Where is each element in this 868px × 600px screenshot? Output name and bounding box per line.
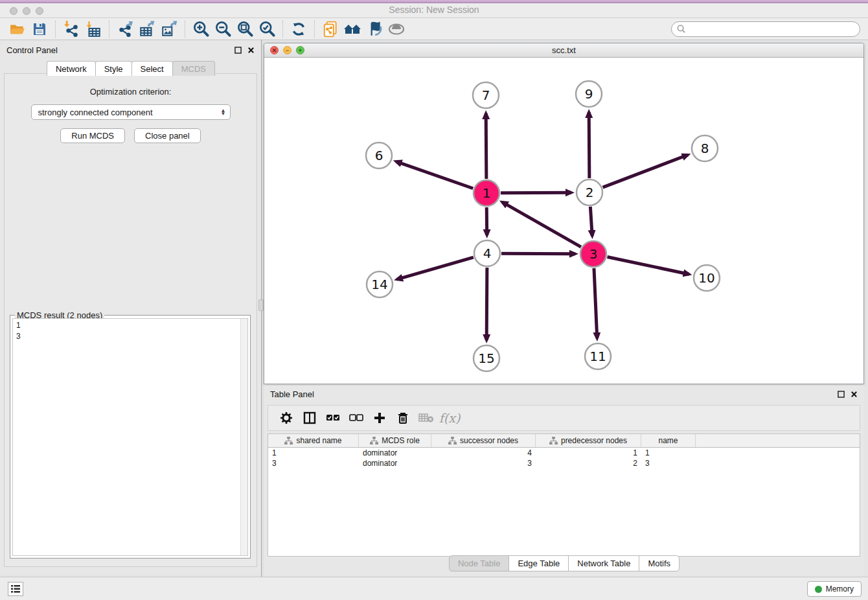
delete-column-icon[interactable]	[393, 408, 413, 428]
tab-node-table[interactable]: Node Table	[449, 555, 510, 571]
hide-panels-icon[interactable]	[363, 19, 385, 39]
delete-table-icon[interactable]	[416, 408, 437, 428]
edge-4-14[interactable]	[397, 257, 474, 279]
cell-predecessor-nodes[interactable]: 1	[536, 448, 641, 458]
tab-network-table[interactable]: Network Table	[568, 555, 639, 571]
task-history-button[interactable]	[8, 582, 23, 596]
graph-node-label-4: 4	[483, 246, 492, 261]
window-title: Session: New Session	[0, 5, 868, 15]
zoom-out-icon[interactable]	[212, 19, 234, 39]
open-session-icon[interactable]	[6, 19, 29, 39]
network-canvas[interactable]: 7968124314101511	[264, 58, 863, 384]
export-network-icon[interactable]	[114, 19, 136, 39]
deselect-all-icon[interactable]	[346, 408, 367, 428]
edge-1-6[interactable]	[396, 161, 473, 189]
edge-1-2[interactable]	[501, 192, 571, 193]
save-session-icon[interactable]	[29, 19, 51, 39]
home-view-icon[interactable]	[341, 19, 363, 39]
zoom-selected-icon[interactable]	[256, 19, 278, 39]
column-type-icon	[448, 437, 457, 444]
column-header-successor-nodes[interactable]: successor nodes	[431, 434, 536, 447]
close-table-panel-icon[interactable]	[850, 390, 858, 398]
column-header-shared-name[interactable]: shared name	[268, 434, 359, 447]
edge-4-3[interactable]	[501, 253, 575, 254]
cell-successor-nodes[interactable]: 4	[431, 448, 536, 458]
table-toolbar: f(x)	[268, 405, 860, 431]
edge-3-1[interactable]	[502, 202, 581, 247]
control-panel-title: Control Panel	[6, 45, 58, 55]
import-table-icon[interactable]	[82, 19, 104, 39]
float-panel-icon[interactable]	[234, 46, 242, 54]
optimization-criterion-label: Optimization criterion:	[5, 87, 257, 97]
search-input[interactable]	[686, 23, 860, 36]
cell-shared-name[interactable]: 1	[268, 448, 359, 458]
graph-node-label-3: 3	[589, 246, 598, 262]
edge-2-9[interactable]	[589, 112, 589, 178]
optimization-criterion-select[interactable]: strongly connected component ▲▼	[31, 104, 231, 120]
refresh-icon[interactable]	[288, 19, 310, 39]
zoom-fit-icon[interactable]	[234, 19, 256, 39]
function-builder-icon[interactable]: f(x)	[439, 408, 460, 428]
export-image-icon[interactable]	[158, 19, 180, 39]
import-network-icon[interactable]	[60, 19, 82, 39]
close-panel-button[interactable]: Close panel	[134, 128, 201, 143]
tab-network[interactable]: Network	[47, 61, 96, 76]
cell-shared-name[interactable]: 3	[268, 458, 359, 468]
splitter-handle[interactable]	[258, 299, 264, 311]
node-table: shared name MCDS role successor nodes pr…	[268, 433, 860, 557]
cell-predecessor-nodes[interactable]: 2	[536, 458, 641, 468]
table-row[interactable]: 1 dominator 4 1 1	[268, 448, 860, 458]
close-panel-icon[interactable]	[247, 46, 255, 54]
titlebar-accent-strip	[0, 0, 868, 3]
mcds-result-area[interactable]: 1 3	[12, 318, 248, 556]
tab-select[interactable]: Select	[131, 61, 173, 76]
zoom-in-icon[interactable]	[190, 19, 212, 39]
run-mcds-button[interactable]: Run MCDS	[60, 128, 125, 143]
table-tabs: Node Table Edge Table Network Table Moti…	[264, 555, 864, 571]
tab-edge-table[interactable]: Edge Table	[508, 555, 569, 571]
column-header-mcds-role[interactable]: MCDS role	[359, 434, 431, 447]
cell-mcds-role[interactable]: dominator	[359, 458, 431, 468]
edge-3-10[interactable]	[608, 257, 689, 275]
tab-style[interactable]: Style	[95, 61, 132, 76]
status-bar: Memory	[0, 577, 868, 600]
cell-mcds-role[interactable]: dominator	[359, 448, 431, 458]
edge-4-15[interactable]	[486, 268, 487, 340]
column-type-icon	[549, 437, 558, 444]
column-header-predecessor-nodes[interactable]: predecessor nodes	[536, 434, 641, 447]
graph-node-label-10: 10	[698, 270, 714, 286]
memory-button[interactable]: Memory	[807, 581, 862, 597]
column-type-icon	[284, 437, 293, 444]
table-row[interactable]: 3 dominator 3 2 3	[268, 458, 860, 468]
edge-2-3[interactable]	[590, 207, 592, 236]
table-settings-gear-icon[interactable]	[276, 408, 297, 428]
mcds-result-box: MCDS result (2 nodes) 1 3	[10, 315, 251, 559]
float-table-panel-icon[interactable]	[837, 390, 845, 398]
tab-mcds[interactable]: MCDS	[172, 61, 215, 76]
show-hide-eye-icon[interactable]	[385, 19, 407, 39]
edge-2-8[interactable]	[603, 155, 688, 187]
edge-1-7[interactable]	[486, 113, 486, 179]
mcds-result-text: 1 3	[13, 319, 247, 343]
table-panel-header: Table Panel	[264, 386, 864, 402]
tab-motifs[interactable]: Motifs	[639, 555, 680, 571]
network-graph[interactable]: 7968124314101511	[264, 58, 863, 384]
clone-network-icon[interactable]	[319, 19, 341, 39]
select-all-icon[interactable]	[323, 408, 343, 428]
graph-node-label-9: 9	[585, 86, 593, 102]
memory-label: Memory	[826, 584, 854, 594]
cell-name[interactable]: 1	[641, 448, 696, 458]
export-table-icon[interactable]	[136, 19, 158, 39]
toolbar-separator	[109, 21, 109, 38]
result-scrollbar[interactable]	[240, 319, 247, 555]
edge-3-11[interactable]	[594, 268, 597, 338]
cell-successor-nodes[interactable]: 3	[431, 458, 536, 468]
control-panel: Control Panel Network Style Select MCDS …	[0, 41, 261, 574]
add-column-icon[interactable]	[369, 408, 390, 428]
column-layout-icon[interactable]	[299, 408, 320, 428]
column-header-name[interactable]: name	[641, 434, 696, 447]
cell-name[interactable]: 3	[641, 458, 696, 468]
search-field[interactable]	[671, 21, 860, 37]
network-window-titlebar[interactable]: ✕ − + scc.txt	[264, 43, 863, 58]
memory-status-icon	[815, 586, 822, 593]
